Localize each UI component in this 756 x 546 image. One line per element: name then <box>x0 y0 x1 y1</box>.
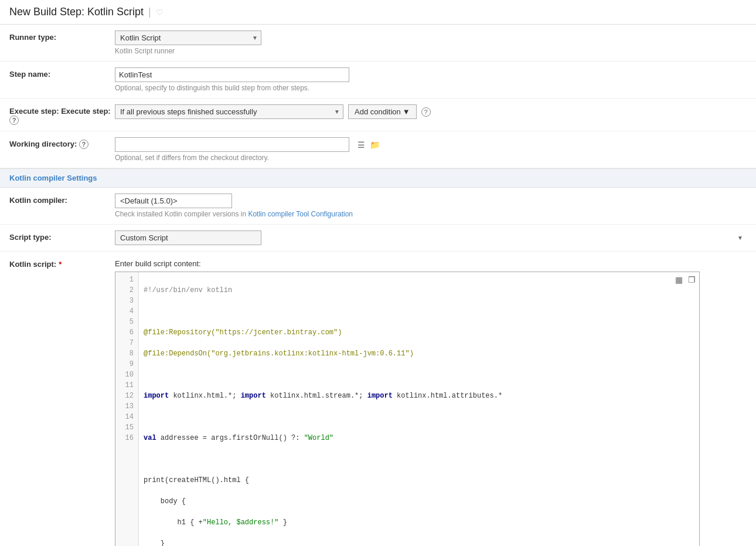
kotlin-compiler-section-header: Kotlin compiler Settings <box>0 168 756 188</box>
execute-step-row: Execute step: Execute step: ? If all pre… <box>0 99 756 131</box>
working-dir-tree-icon[interactable]: 📁 <box>370 140 380 150</box>
code-line-12: h1 { +"Hello, $address!" } <box>144 517 694 528</box>
add-condition-arrow-icon: ▼ <box>403 107 410 116</box>
code-line-13: } <box>144 538 694 546</box>
step-name-input[interactable] <box>115 67 349 82</box>
working-dir-inline: ☰ 📁 <box>115 137 747 152</box>
page-title: New Build Step: Kotlin Script <box>9 6 144 18</box>
code-editor-wrap: ▦ ❐ 12345 678910 1112131415 16 #!/usr/bi… <box>115 272 700 546</box>
code-line-7 <box>144 412 694 422</box>
working-dir-control: ☰ 📁 Optional, set if differs from the ch… <box>115 137 747 162</box>
kotlin-script-row: Kotlin script: * Enter build script cont… <box>0 252 756 546</box>
script-type-label: Script type: <box>9 230 115 242</box>
editor-expand-icon[interactable]: ▦ <box>673 274 684 285</box>
code-line-3: @file:Repository("https://jcenter.bintra… <box>144 327 694 338</box>
required-marker: * <box>59 260 62 269</box>
script-type-select-wrap: Custom Script Script File ▼ <box>115 230 747 245</box>
working-dir-label: Working directory: ? <box>9 137 115 149</box>
line-numbers: 12345 678910 1112131415 16 <box>115 272 139 546</box>
code-line-4: @file:DependsOn("org.jetbrains.kotlinx:k… <box>144 348 694 359</box>
kotlin-compiler-select-wrap: <Default (1.5.0)> <box>115 194 747 208</box>
kotlin-compiler-tool-config-link[interactable]: Kotlin compiler Tool Configuration <box>248 210 353 218</box>
runner-type-control: Kotlin Script ▼ Kotlin Script runner <box>115 30 747 55</box>
step-name-row: Step name: Optional, specify to distingu… <box>0 62 756 99</box>
add-condition-button[interactable]: Add condition ▼ <box>348 104 417 119</box>
code-content[interactable]: #!/usr/bin/env kotlin @file:Repository("… <box>139 272 699 546</box>
step-name-hint: Optional, specify to distinguish this bu… <box>115 84 747 92</box>
code-line-1: #!/usr/bin/env kotlin <box>144 285 694 296</box>
page-header: New Build Step: Kotlin Script | ♡ <box>0 0 756 25</box>
working-dir-help-icon[interactable]: ? <box>79 140 88 149</box>
script-type-select[interactable]: Custom Script Script File <box>115 230 261 245</box>
add-condition-label: Add condition <box>355 107 401 116</box>
execute-step-select-wrap: If all previous steps finished successfu… <box>115 104 343 119</box>
code-line-2 <box>144 306 694 317</box>
editor-toolbar: ▦ ❐ <box>673 274 697 285</box>
kotlin-compiler-label: Kotlin compiler: <box>9 194 115 205</box>
code-line-8: val addressee = args.firstOrNull() ?: "W… <box>144 433 694 443</box>
code-editor[interactable]: 12345 678910 1112131415 16 #!/usr/bin/en… <box>115 272 699 546</box>
editor-popout-icon[interactable]: ❐ <box>686 274 697 285</box>
script-type-row: Script type: Custom Script Script File ▼ <box>0 225 756 252</box>
code-line-9 <box>144 454 694 464</box>
execute-step-inline: If all previous steps finished successfu… <box>115 104 747 119</box>
add-condition-help-icon[interactable]: ? <box>421 107 431 117</box>
runner-type-row: Runner type: Kotlin Script ▼ Kotlin Scri… <box>0 25 756 62</box>
kotlin-script-control: Enter build script content: ▦ ❐ 12345 67… <box>115 257 747 546</box>
working-dir-row: Working directory: ? ☰ 📁 Optional, set i… <box>0 131 756 168</box>
kotlin-compiler-hint: Check installed Kotlin compiler versions… <box>115 210 747 218</box>
working-dir-hint: Optional, set if differs from the checko… <box>115 154 747 162</box>
execute-step-help-icon[interactable]: ? <box>9 116 19 125</box>
form-container: Runner type: Kotlin Script ▼ Kotlin Scri… <box>0 25 756 546</box>
header-separator: | <box>148 6 151 18</box>
code-line-5 <box>144 369 694 380</box>
kotlin-compiler-row: Kotlin compiler: <Default (1.5.0)> Check… <box>0 188 756 225</box>
execute-step-label: Execute step: Execute step: ? <box>9 104 115 125</box>
step-name-label: Step name: <box>9 67 115 79</box>
code-line-6: import kotlinx.html.*; import kotlinx.ht… <box>144 391 694 401</box>
code-line-10: print(createHTML().html { <box>144 475 694 486</box>
execute-step-control: If all previous steps finished successfu… <box>115 104 747 119</box>
kotlin-compiler-control: <Default (1.5.0)> Check installed Kotlin… <box>115 194 747 218</box>
working-dir-list-icon[interactable]: ☰ <box>357 140 365 150</box>
script-type-control: Custom Script Script File ▼ <box>115 230 747 245</box>
kotlin-script-label: Kotlin script: * <box>9 257 115 269</box>
execute-step-select[interactable]: If all previous steps finished successfu… <box>115 104 343 119</box>
step-name-control: Optional, specify to distinguish this bu… <box>115 67 747 92</box>
favorite-icon[interactable]: ♡ <box>156 8 164 17</box>
working-dir-input[interactable] <box>115 137 349 152</box>
runner-type-select-wrap: Kotlin Script ▼ <box>115 30 261 45</box>
enter-build-script-label: Enter build script content: <box>115 259 747 268</box>
runner-type-select[interactable]: Kotlin Script <box>115 30 261 45</box>
code-line-11: body { <box>144 496 694 507</box>
runner-type-inline: Kotlin Script ▼ <box>115 30 747 45</box>
runner-type-hint: Kotlin Script runner <box>115 47 747 55</box>
runner-type-label: Runner type: <box>9 30 115 42</box>
script-type-arrow-icon: ▼ <box>737 235 743 241</box>
working-dir-tools: ☰ 📁 <box>357 140 380 150</box>
kotlin-compiler-select[interactable]: <Default (1.5.0)> <box>115 194 232 208</box>
